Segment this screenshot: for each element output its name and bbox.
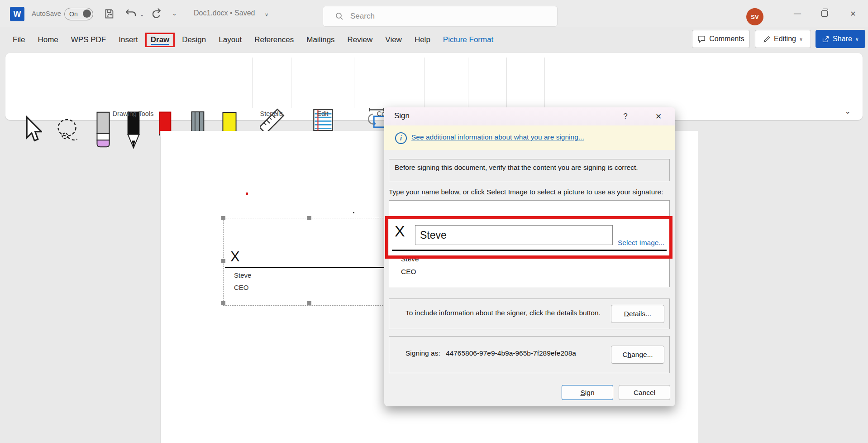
ribbon-tab-row: File Home WPS PDF Insert Draw Design Lay… bbox=[6, 28, 500, 52]
selection-handle[interactable] bbox=[307, 216, 311, 220]
signing-as-label: Signing as: bbox=[405, 349, 440, 357]
tab-file[interactable]: File bbox=[6, 33, 31, 47]
redo-icon[interactable] bbox=[149, 7, 163, 20]
annotation-box-signature bbox=[385, 216, 672, 259]
editing-mode-button[interactable]: Editing ∨ bbox=[755, 30, 811, 48]
title-bar: W AutoSave On ⌄ ⌄ Doc1.docx • Saved ∨ Se… bbox=[0, 0, 868, 27]
avatar[interactable]: SV bbox=[746, 8, 763, 25]
signing-as-value: 44765806-97e9-4b9a-965b-7f289efe208a bbox=[446, 349, 576, 357]
comments-label: Comments bbox=[709, 35, 744, 43]
undo-dropdown-chevron-icon[interactable]: ⌄ bbox=[140, 12, 144, 18]
undo-icon[interactable] bbox=[124, 7, 138, 20]
share-button[interactable]: Share ∨ bbox=[816, 30, 865, 48]
document-title[interactable]: Doc1.docx • Saved bbox=[194, 9, 255, 17]
selection-handle[interactable] bbox=[221, 259, 225, 263]
comment-icon bbox=[697, 35, 706, 43]
ink-red-dot bbox=[246, 193, 248, 195]
lasso-icon bbox=[53, 117, 83, 144]
verify-message-box: Before signing this document, verify tha… bbox=[389, 159, 670, 181]
restore-icon bbox=[821, 10, 828, 17]
tab-view[interactable]: View bbox=[379, 33, 408, 47]
dialog-help-button[interactable]: ? bbox=[618, 109, 633, 124]
save-icon[interactable] bbox=[103, 8, 115, 20]
share-label: Share bbox=[833, 35, 852, 43]
group-separator bbox=[506, 58, 507, 108]
group-label-stencils: Stencils bbox=[260, 110, 283, 117]
selection-handle[interactable] bbox=[221, 216, 225, 220]
signature-preview-role: CEO bbox=[401, 268, 416, 276]
tab-insert[interactable]: Insert bbox=[112, 33, 144, 47]
tab-mailings[interactable]: Mailings bbox=[300, 33, 341, 47]
cancel-button[interactable]: Cancel bbox=[619, 385, 670, 400]
autosave-toggle-state: On bbox=[69, 10, 78, 18]
close-icon: ✕ bbox=[850, 10, 856, 18]
group-separator bbox=[354, 58, 354, 108]
document-signer-name: Steve bbox=[234, 271, 251, 279]
group-label-edit: Edit bbox=[317, 110, 329, 117]
sign-dialog-titlebar: Sign ? ✕ bbox=[384, 107, 675, 125]
document-signature-line bbox=[225, 267, 386, 268]
selection-handle[interactable] bbox=[221, 301, 225, 305]
signing-info-bar: i See additional information about what … bbox=[384, 125, 675, 150]
cursor-icon bbox=[21, 116, 42, 144]
verify-message: Before signing this document, verify tha… bbox=[395, 164, 638, 172]
sign-dialog-title: Sign bbox=[394, 111, 410, 120]
tab-home[interactable]: Home bbox=[31, 33, 64, 47]
change-button[interactable]: Change... bbox=[611, 346, 664, 364]
document-title-chevron-icon[interactable]: ∨ bbox=[265, 12, 268, 18]
search-icon bbox=[335, 12, 344, 21]
signing-as-section: Signing as: 44765806-97e9-4b9a-965b-7f28… bbox=[389, 336, 670, 373]
pencil-icon bbox=[763, 35, 771, 43]
document-signer-role: CEO bbox=[234, 284, 249, 291]
tab-review[interactable]: Review bbox=[341, 33, 379, 47]
select-tool-button[interactable] bbox=[21, 116, 42, 144]
restore-button[interactable] bbox=[814, 4, 835, 24]
more-commands-icon[interactable]: ⌄ bbox=[172, 10, 177, 17]
autosave-label: AutoSave bbox=[32, 10, 61, 17]
tab-references[interactable]: References bbox=[248, 33, 300, 47]
tab-layout[interactable]: Layout bbox=[212, 33, 248, 47]
sign-dialog: Sign ? ✕ i See additional information ab… bbox=[384, 107, 675, 406]
help-icon: ? bbox=[623, 112, 627, 121]
word-logo-icon: W bbox=[10, 7, 24, 21]
group-label-drawing-tools: Drawing Tools bbox=[113, 110, 154, 117]
dialog-close-button[interactable]: ✕ bbox=[649, 109, 668, 124]
group-separator bbox=[544, 58, 545, 108]
toggle-knob-icon bbox=[83, 10, 91, 18]
search-input[interactable]: Search bbox=[323, 6, 558, 27]
tab-picture-format[interactable]: Picture Format bbox=[437, 33, 500, 47]
editing-label: Editing bbox=[774, 35, 796, 43]
share-chevron-icon: ∨ bbox=[855, 36, 859, 42]
details-section: To include information about the signer,… bbox=[389, 299, 670, 329]
eraser-tool-button[interactable] bbox=[96, 111, 110, 148]
ink-black-dot bbox=[353, 212, 354, 213]
lasso-tool-button[interactable] bbox=[53, 117, 83, 144]
tab-wps-pdf[interactable]: WPS PDF bbox=[65, 33, 112, 47]
tab-draw[interactable]: Draw bbox=[145, 33, 175, 47]
collapse-ribbon-icon[interactable]: ⌄ bbox=[844, 106, 851, 116]
type-name-label: Type your name below, or click Select Im… bbox=[389, 188, 663, 196]
close-button[interactable]: ✕ bbox=[843, 4, 863, 24]
details-text: To include information about the signer,… bbox=[405, 309, 601, 317]
document-signature-x: X bbox=[230, 249, 240, 265]
comments-button[interactable]: Comments bbox=[692, 30, 750, 48]
share-icon bbox=[822, 35, 830, 43]
tab-design[interactable]: Design bbox=[176, 33, 212, 47]
selection-handle[interactable] bbox=[307, 301, 311, 305]
autosave-toggle[interactable]: On bbox=[64, 8, 93, 20]
tab-help[interactable]: Help bbox=[408, 33, 437, 47]
info-icon: i bbox=[395, 132, 407, 144]
group-separator bbox=[468, 58, 468, 108]
eraser-icon bbox=[96, 111, 110, 148]
word-window: W AutoSave On ⌄ ⌄ Doc1.docx • Saved ∨ Se… bbox=[0, 0, 868, 443]
sign-button[interactable]: Sign bbox=[562, 385, 613, 400]
additional-info-link[interactable]: See additional information about what yo… bbox=[411, 133, 584, 141]
editing-chevron-icon: ∨ bbox=[799, 36, 803, 42]
search-placeholder: Search bbox=[350, 12, 375, 21]
group-separator bbox=[424, 58, 424, 108]
details-button[interactable]: Details... bbox=[611, 305, 664, 323]
group-separator bbox=[252, 58, 253, 108]
minimize-icon: — bbox=[794, 10, 801, 18]
signature-selection-box[interactable] bbox=[223, 218, 388, 306]
minimize-button[interactable]: — bbox=[787, 4, 808, 24]
